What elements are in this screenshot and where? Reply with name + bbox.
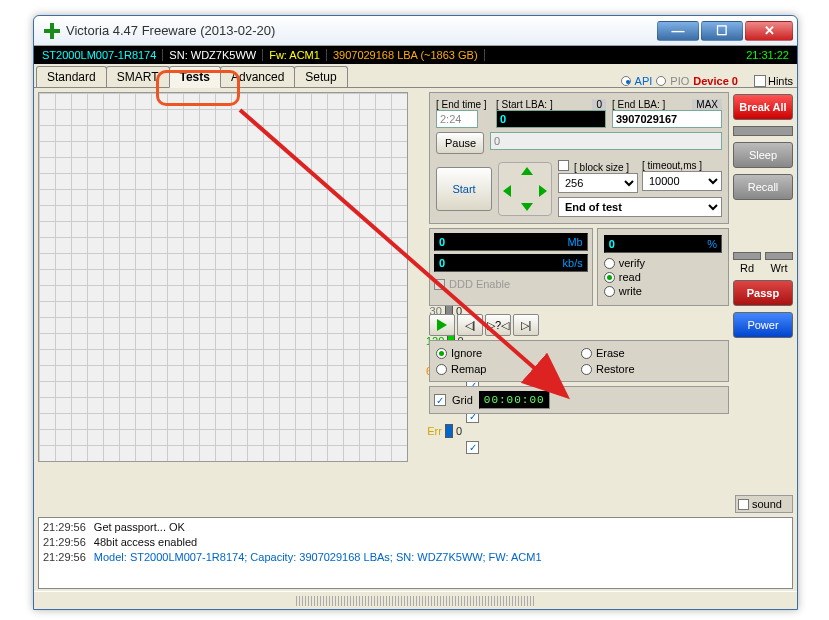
blocksize-check[interactable] [558,160,569,171]
tab-tests[interactable]: Tests [169,66,221,88]
log-line: 21:29:56Get passport... OK [43,520,788,535]
blocksize-select[interactable]: 256 [558,173,638,193]
play-icon [437,319,447,331]
grid-scrollbar[interactable]: ▴ ▾ [407,93,408,461]
surface-grid: ▴ ▾ [38,92,408,462]
tab-smart[interactable]: SMART [106,66,170,87]
hints-checkbox[interactable] [754,75,766,87]
wrt-label: Wrt [771,262,788,274]
verify-label: verify [619,257,645,269]
sound-box: sound [735,495,793,513]
pio-radio[interactable] [656,76,666,86]
hints-label: Hints [768,75,793,87]
read-radio[interactable] [604,272,615,283]
clock: 21:31:22 [740,49,795,61]
resize-grip-icon[interactable] [296,596,536,606]
break-all-button[interactable]: Break All [733,94,793,120]
dpad-left-icon[interactable] [503,185,511,197]
status-bar [34,591,797,609]
endlba-input[interactable] [612,110,722,128]
model-segment: ST2000LM007-1R8174 [36,49,163,61]
speed-kbs-val: 0 [439,257,445,269]
transport-controls: ◁| ▷?◁ ▷| [429,314,729,336]
app-icon [44,23,60,39]
position-input[interactable] [490,132,722,150]
passp-button[interactable]: Passp [733,280,793,306]
app-window: Victoria 4.47 Freeware (2013-02-20) — ☐ … [33,15,798,610]
fw-value: ACM1 [289,49,320,61]
window-title: Victoria 4.47 Freeware (2013-02-20) [66,23,657,38]
grid-checkbox[interactable]: ✓ [434,394,446,406]
tab-standard[interactable]: Standard [36,66,107,87]
prev-button[interactable]: ◁| [457,314,483,336]
ignore-label: Ignore [451,347,482,359]
ddd-label: DDD Enable [449,278,510,290]
dpad-up-icon[interactable] [521,167,533,175]
play-button[interactable] [429,314,455,336]
maximize-button[interactable]: ☐ [701,21,743,41]
dpad-right-icon[interactable] [539,185,547,197]
startlba-label: [ Start LBA: ] [496,99,553,110]
step-button[interactable]: ▷?◁ [485,314,511,336]
restore-label: Restore [596,363,635,375]
startlba-input[interactable] [496,110,606,128]
sound-label: sound [752,498,782,510]
sound-checkbox[interactable] [738,499,749,510]
minimize-button[interactable]: — [657,21,699,41]
sidebar-bar1 [733,126,793,136]
read-label: read [619,271,641,283]
tab-setup[interactable]: Setup [294,66,347,87]
ignore-radio[interactable] [436,348,447,359]
blocksize-label: [ block size ] [574,162,629,173]
rd-wrt-meters: Rd Wrt [733,252,793,274]
restore-radio[interactable] [581,364,592,375]
remap-label: Remap [451,363,486,375]
action-box: Ignore Erase Remap Restore [429,340,729,382]
tab-advanced[interactable]: Advanced [220,66,295,87]
recall-button[interactable]: Recall [733,174,793,200]
log-line: 21:29:56Model: ST2000LM007-1R8174; Capac… [43,550,788,565]
sn-segment: SN: WDZ7K5WW [163,49,263,61]
max-button[interactable]: MAX [692,99,722,110]
pct-unit: % [707,238,717,250]
power-button[interactable]: Power [733,312,793,338]
endoftest-select[interactable]: End of test [558,197,722,217]
endtime-input[interactable] [436,110,478,128]
start-button[interactable]: Start [436,167,492,211]
sn-value: WDZ7K5WW [191,49,256,61]
content-area: ▴ ▾ 3012030012006000>0Err0 ✓ ✓ ✓ ✓ RS to… [34,88,797,609]
dpad[interactable] [498,162,552,216]
dpad-down-icon[interactable] [521,203,533,211]
erase-label: Erase [596,347,625,359]
verify-radio[interactable] [604,258,615,269]
remap-radio[interactable] [436,364,447,375]
titlebar[interactable]: Victoria 4.47 Freeware (2013-02-20) — ☐ … [34,16,797,46]
info-bar: ST2000LM007-1R8174 SN: WDZ7K5WW Fw: ACM1… [34,46,797,64]
device-label: Device 0 [693,75,738,87]
log-check-4[interactable]: ✓ [466,441,479,454]
api-radio[interactable] [621,76,631,86]
speed-kbs: 0 kb/s [434,254,588,272]
erase-radio[interactable] [581,348,592,359]
pct-val: 0 [609,238,615,250]
tab-row: StandardSMARTTestsAdvancedSetup API PIO … [34,64,797,88]
ddd-checkbox[interactable] [434,279,445,290]
speed-mb-val: 0 [439,236,445,248]
log-line: 21:29:5648bit access enabled [43,535,788,550]
log-box[interactable]: 21:29:56Get passport... OK21:29:5648bit … [38,517,793,589]
close-button[interactable]: ✕ [745,21,793,41]
sidebar: Break All Sleep Recall Rd Wrt Passp Powe… [731,92,795,340]
sn-label: SN: [169,49,187,61]
pause-button[interactable]: Pause [436,132,484,154]
timeout-label: [ timeout,ms ] [642,160,722,171]
next-button[interactable]: ▷| [513,314,539,336]
sleep-button[interactable]: Sleep [733,142,793,168]
timer-lcd: 00:00:00 [479,391,550,409]
write-radio[interactable] [604,286,615,297]
stat-row: Err0 [426,416,464,446]
rd-bar [733,252,761,260]
timeout-select[interactable]: 10000 [642,171,722,191]
rd-label: Rd [740,262,754,274]
speed-mb: 0 Mb [434,233,588,251]
endlba-label: [ End LBA: ] [612,99,665,110]
